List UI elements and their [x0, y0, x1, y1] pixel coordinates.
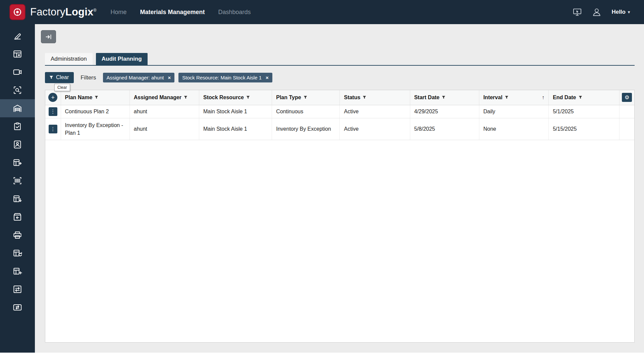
sidebar-item-print[interactable]: [0, 226, 35, 244]
nav-materials-management[interactable]: Materials Management: [140, 9, 205, 16]
filter-funnel-icon[interactable]: [95, 96, 98, 99]
print-icon: [12, 230, 22, 240]
media-feeder-icon: [12, 67, 22, 77]
remove-filter-icon[interactable]: ×: [266, 75, 269, 80]
filter-funnel-icon[interactable]: [505, 96, 508, 99]
worksheet-icon: [12, 49, 22, 59]
table-add-icon: [12, 266, 22, 276]
sidebar-item-table-add[interactable]: [0, 262, 35, 280]
sidebar-item-table-export[interactable]: [0, 154, 35, 172]
clear-filters-button[interactable]: Clear: [45, 72, 74, 83]
sidebar-item-table-transfer[interactable]: [0, 280, 35, 298]
column-header-assigned-manager[interactable]: Assigned Manager: [129, 90, 199, 105]
remote-display-icon[interactable]: [573, 7, 582, 17]
sidebar-item-audit[interactable]: [0, 117, 35, 135]
main-content: Administration Audit Planning Clear Filt…: [35, 24, 644, 353]
table-export-icon: [12, 158, 22, 168]
table-transfer-icon: [12, 284, 22, 294]
logo-emblem-icon: [12, 6, 23, 18]
sidebar-item-scan-search[interactable]: [0, 81, 35, 99]
cell-assigned-manager: ahunt: [129, 105, 199, 118]
chevron-down-icon: ▾: [628, 10, 630, 14]
filter-funnel-icon[interactable]: [442, 96, 445, 99]
active-filter-chips: Assigned Manager: ahunt × Stock Resource…: [103, 73, 272, 82]
table-import-icon: [12, 194, 22, 204]
filter-chip-stock-resource[interactable]: Stock Resource: Main Stock Aisle 1 ×: [178, 73, 272, 82]
cell-plan-name: Continuous Plan 2: [61, 105, 129, 118]
audit-plans-table: + Plan Name Assigned Manager Stock Resou…: [45, 90, 635, 343]
audit-check-icon: [12, 121, 22, 131]
sidebar-item-media-feeder[interactable]: [0, 63, 35, 81]
column-header-stock-resource[interactable]: Stock Resource: [199, 90, 272, 105]
nav-dashboards[interactable]: Dashboards: [218, 9, 251, 16]
chip-label: Assigned Manager: ahunt: [107, 75, 164, 80]
filter-chip-assigned-manager[interactable]: Assigned Manager: ahunt ×: [103, 73, 175, 82]
table-header-row: + Plan Name Assigned Manager Stock Resou…: [45, 90, 634, 105]
filter-funnel-icon[interactable]: [579, 96, 582, 99]
greeting-label: Hello: [611, 9, 626, 15]
column-header-plan-name[interactable]: Plan Name: [61, 90, 129, 105]
table-row[interactable]: ⋮ Continuous Plan 2 ahunt Main Stock Ais…: [45, 105, 634, 118]
table-row[interactable]: ⋮ Inventory By Exception - Plan 1 ahunt …: [45, 118, 634, 140]
cell-interval: Daily: [479, 105, 548, 118]
add-plan-button[interactable]: +: [48, 93, 57, 102]
cell-status: Active: [340, 105, 410, 118]
tab-administration[interactable]: Administration: [45, 53, 93, 65]
factorylogix-logo[interactable]: [9, 4, 25, 20]
collapse-panel-button[interactable]: [41, 30, 56, 43]
cell-stock-resource: Main Stock Aisle 1: [199, 105, 272, 118]
filter-funnel-icon: [49, 75, 53, 79]
cell-assigned-manager: ahunt: [129, 118, 199, 140]
brand-name: FactoryLogix®: [30, 6, 96, 18]
sidebar-item-worksheet[interactable]: [0, 45, 35, 63]
sidebar-item-returns[interactable]: [0, 208, 35, 226]
sidebar-item-barcode[interactable]: [0, 172, 35, 190]
user-menu[interactable]: Hello ▾: [611, 9, 630, 15]
cell-end-date: 5/1/2025: [549, 105, 620, 118]
column-header-start-date[interactable]: Start Date: [410, 90, 479, 105]
row-actions-button[interactable]: ⋮: [49, 107, 57, 116]
cell-interval: None: [479, 118, 548, 140]
column-header-interval[interactable]: Interval↑: [479, 90, 548, 105]
column-header-end-date[interactable]: End Date: [549, 90, 620, 105]
sidebar-item-table-refresh[interactable]: [0, 244, 35, 262]
remove-filter-icon[interactable]: ×: [168, 75, 171, 80]
top-navigation: Home Materials Management Dashboards: [110, 9, 251, 16]
top-bar: FactoryLogix® Home Materials Management …: [0, 0, 644, 24]
column-header-plan-type[interactable]: Plan Type: [272, 90, 340, 105]
cell-end-date: 5/15/2025: [549, 118, 620, 140]
filter-funnel-icon[interactable]: [304, 96, 307, 99]
user-icon[interactable]: [592, 7, 601, 17]
table-refresh-icon: [12, 248, 22, 258]
sidebar-item-contacts[interactable]: [0, 135, 35, 154]
filter-funnel-icon[interactable]: [246, 96, 250, 99]
sidebar-item-table-import[interactable]: [0, 190, 35, 208]
nav-home[interactable]: Home: [110, 9, 126, 16]
barcode-icon: [12, 176, 22, 186]
sidebar: [0, 24, 35, 353]
cell-stock-resource: Main Stock Aisle 1: [199, 118, 272, 140]
clear-tooltip: Clear: [54, 84, 70, 91]
tab-bar: Administration Audit Planning: [45, 53, 635, 66]
filters-label: Filters: [80, 74, 96, 81]
filter-funnel-icon[interactable]: [363, 96, 366, 99]
contacts-icon: [12, 139, 22, 149]
cell-plan-type: Inventory By Exception: [272, 118, 340, 140]
cell-start-date: 4/29/2025: [410, 105, 479, 118]
sort-ascending-icon: ↑: [542, 95, 544, 101]
sidebar-item-warehouse[interactable]: [0, 99, 35, 117]
column-header-status[interactable]: Status: [340, 90, 410, 105]
edit-icon: [12, 31, 22, 41]
sidebar-item-edit[interactable]: [0, 27, 35, 45]
scan-search-icon: [12, 85, 22, 95]
tab-audit-planning[interactable]: Audit Planning: [96, 53, 148, 65]
chip-label: Stock Resource: Main Stock Aisle 1: [182, 75, 262, 80]
warehouse-icon: [12, 103, 22, 113]
returns-icon: [12, 212, 22, 222]
filter-funnel-icon[interactable]: [184, 96, 187, 99]
cell-plan-name: Inventory By Exception - Plan 1: [61, 118, 129, 140]
table-settings-button[interactable]: ⚙: [622, 93, 632, 102]
filter-bar: Clear Filters Assigned Manager: ahunt × …: [45, 72, 272, 83]
row-actions-button[interactable]: ⋮: [49, 125, 57, 133]
sidebar-item-image-transfer[interactable]: [0, 298, 35, 316]
